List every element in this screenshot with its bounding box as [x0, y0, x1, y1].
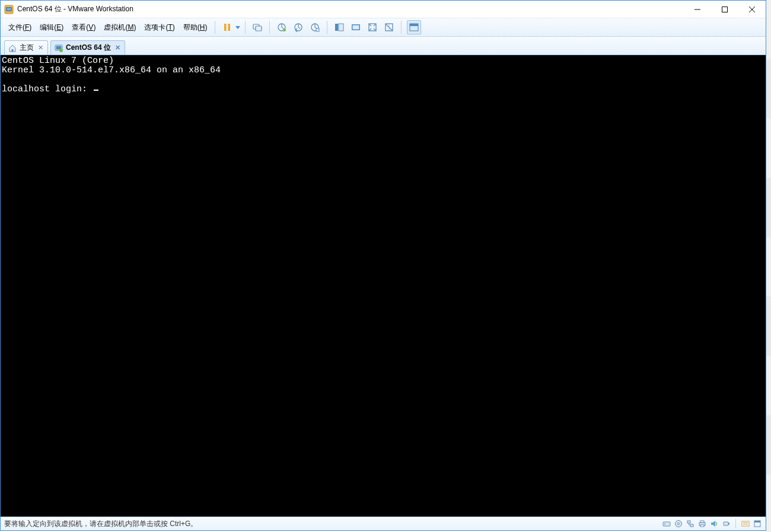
harddisk-icon[interactable] — [662, 519, 671, 528]
svg-rect-35 — [687, 521, 690, 523]
console-line: CentOS Linux 7 (Core) — [2, 56, 114, 66]
cd-icon[interactable] — [674, 519, 683, 528]
svg-rect-7 — [224, 24, 227, 31]
svg-rect-40 — [724, 522, 728, 525]
vm-console[interactable]: CentOS Linux 7 (Core) Kernel 3.10.0-514.… — [1, 55, 766, 517]
maximize-button[interactable] — [711, 1, 738, 18]
svg-rect-2 — [7, 8, 11, 10]
unity-button[interactable] — [383, 21, 396, 34]
svg-rect-26 — [410, 24, 418, 26]
toolbar-separator — [215, 21, 215, 34]
tab-label: CentOS 64 位 — [66, 43, 111, 53]
svg-point-32 — [664, 524, 665, 525]
network-icon[interactable] — [686, 519, 695, 528]
usb-icon[interactable] — [721, 519, 731, 528]
menu-help[interactable]: 帮助(H) — [179, 21, 212, 34]
vm-icon — [55, 44, 63, 52]
tab-vm-centos[interactable]: CentOS 64 位 ✕ — [50, 40, 125, 55]
snapshot-revert-button[interactable] — [292, 21, 305, 34]
tab-label: 主页 — [20, 43, 34, 53]
toolbar-separator — [245, 21, 246, 34]
menu-file[interactable]: 文件(F) — [4, 21, 36, 34]
titlebar: CentOS 64 位 - VMware Workstation — [1, 1, 766, 18]
svg-point-30 — [59, 49, 63, 52]
menubar: 文件(F) 编辑(E) 查看(V) 虚拟机(M) 选项卡(T) 帮助(H) — [1, 18, 766, 37]
statusbar: 要将输入定向到该虚拟机，请在虚拟机内部单击或按 Ctrl+G。 — [1, 517, 766, 530]
svg-rect-31 — [663, 522, 670, 526]
status-hint: 要将输入定向到该虚拟机，请在虚拟机内部单击或按 Ctrl+G。 — [4, 519, 197, 529]
menu-view[interactable]: 查看(V) — [68, 21, 100, 34]
close-button[interactable] — [738, 1, 766, 18]
show-console-button[interactable] — [349, 21, 362, 34]
status-separator — [735, 519, 736, 528]
home-icon — [8, 44, 17, 52]
menu-vm[interactable]: 虚拟机(M) — [100, 21, 140, 34]
svg-rect-18 — [339, 24, 343, 31]
svg-rect-27 — [12, 49, 14, 52]
svg-rect-8 — [228, 24, 231, 31]
console-prompt: localhost login: — [2, 84, 93, 94]
tabbar: 主页 ✕ CentOS 64 位 ✕ — [1, 37, 766, 55]
menu-tabs[interactable]: 选项卡(T) — [140, 21, 179, 34]
tab-home[interactable]: 主页 ✕ — [4, 40, 48, 55]
background-sliver — [766, 0, 771, 532]
svg-marker-9 — [235, 26, 240, 29]
power-dropdown[interactable] — [234, 21, 241, 34]
svg-rect-4 — [722, 7, 728, 12]
thumbnail-bar-button[interactable] — [407, 20, 421, 34]
vmware-window: CentOS 64 位 - VMware Workstation 文件(F) 编… — [0, 0, 766, 531]
message-log-icon[interactable] — [741, 519, 750, 528]
svg-rect-38 — [700, 521, 704, 523]
sound-icon[interactable] — [709, 519, 719, 528]
toolbar-separator — [269, 21, 270, 34]
svg-rect-11 — [256, 26, 262, 31]
toolbar-separator — [401, 21, 402, 34]
snapshot-take-button[interactable] — [275, 21, 288, 34]
fullscreen-button[interactable] — [366, 21, 379, 34]
minimize-button[interactable] — [684, 1, 711, 18]
svg-rect-42 — [742, 521, 749, 526]
menu-edit[interactable]: 编辑(E) — [36, 21, 68, 34]
expand-icon[interactable] — [753, 519, 762, 528]
vmware-app-icon — [4, 5, 14, 14]
suspend-button[interactable] — [221, 21, 234, 34]
show-library-button[interactable] — [333, 21, 346, 34]
tab-close-button[interactable]: ✕ — [114, 44, 121, 52]
toolbar-separator — [327, 21, 327, 34]
text-cursor — [94, 90, 98, 91]
svg-rect-17 — [335, 24, 338, 31]
svg-rect-36 — [690, 524, 693, 527]
window-title: CentOS 64 位 - VMware Workstation — [17, 4, 133, 14]
svg-rect-46 — [754, 521, 760, 523]
svg-point-34 — [678, 523, 680, 525]
device-status-icons — [662, 519, 762, 528]
svg-rect-41 — [728, 523, 729, 525]
printer-icon[interactable] — [697, 519, 707, 528]
svg-rect-16 — [316, 28, 319, 31]
svg-point-13 — [283, 28, 286, 31]
snapshot-manager-button[interactable] — [308, 21, 321, 34]
tab-close-button[interactable]: ✕ — [37, 44, 44, 52]
console-line: Kernel 3.10.0-514.el7.x86_64 on an x86_6… — [2, 65, 221, 75]
svg-rect-39 — [700, 525, 704, 527]
send-ctrl-alt-del-button[interactable] — [251, 21, 264, 34]
svg-rect-20 — [353, 26, 359, 30]
